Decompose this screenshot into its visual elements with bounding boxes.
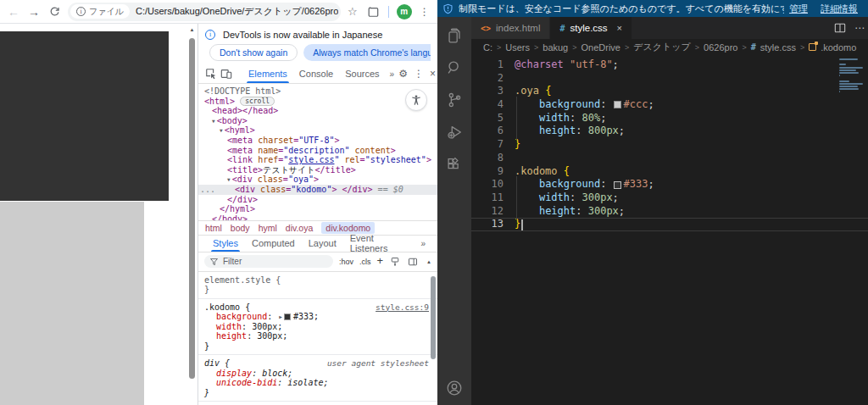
learn-more-link[interactable]: 詳細情報 <box>821 3 858 15</box>
bookmark-star-icon[interactable]: ☆ <box>348 5 358 18</box>
site-info-chip[interactable]: i ファイル <box>70 4 130 19</box>
code-line[interactable]: 11 width: 300px; <box>471 191 868 205</box>
rule-source[interactable]: style.css:9 <box>376 302 429 313</box>
breadcrumb-item[interactable]: OneDrive <box>581 42 620 53</box>
breadcrumb-item[interactable]: style.css <box>760 42 796 53</box>
code-line[interactable]: 5 width: 80%; <box>471 112 868 125</box>
dom-tree-row[interactable]: ...<div class="kodomo"> </div> == $0 <box>198 185 437 195</box>
dom-tree-row[interactable]: <head></head> <box>198 106 437 116</box>
code-line[interactable]: 1@charset "utf-8"; <box>471 58 868 72</box>
styles-filter-input[interactable] <box>204 255 333 268</box>
devtools-tab-sources[interactable]: Sources <box>339 64 385 83</box>
styles-scrollbar-thumb[interactable] <box>431 276 436 359</box>
search-icon[interactable] <box>444 58 465 78</box>
dom-tree-row[interactable]: ▼<body> <box>198 116 437 126</box>
code-line[interactable]: 6 height: 800px; <box>471 125 868 138</box>
address-bar[interactable]: i ファイル C:/Users/bakug/OneDrive/デスクトップ/06… <box>68 3 341 21</box>
side-panel-icon[interactable] <box>365 4 381 19</box>
style-property[interactable]: width: 300px; <box>204 322 431 332</box>
dom-tree-row[interactable]: ▼<div class="oya"> <box>198 175 437 185</box>
dom-tree-row[interactable]: <link href="style.css" rel="stylesheet"> <box>198 155 437 165</box>
dom-tree-row[interactable]: </hyml> <box>198 204 437 214</box>
styles-tab-event-listeners[interactable]: Event Listeners <box>343 236 417 252</box>
style-property[interactable]: unicode-bidi: isolate; <box>204 378 431 388</box>
editor-tab-style-css[interactable]: #style.css× <box>550 17 632 39</box>
manage-link[interactable]: 管理 <box>789 3 808 15</box>
device-toolbar-icon[interactable] <box>219 66 234 81</box>
styles-more-tabs-icon[interactable]: » <box>416 239 430 248</box>
devtools-tab-console[interactable]: Console <box>293 64 339 83</box>
editor-more-actions-icon[interactable]: ⋯ <box>854 22 865 34</box>
page-scrollbar[interactable]: ▲ <box>188 24 196 405</box>
styles-scroll-up-icon[interactable]: ▲ <box>426 259 431 264</box>
code-line[interactable]: 7} <box>471 138 868 152</box>
dom-crumb-div.oya[interactable]: div.oya <box>286 223 314 233</box>
breadcrumb-item[interactable]: Users <box>505 42 530 53</box>
code-line[interactable]: 4 background: #ccc; <box>471 98 868 112</box>
dom-crumb-div.kodomo[interactable]: div.kodomo <box>321 222 375 234</box>
styles-tab-layout[interactable]: Layout <box>302 236 343 252</box>
reload-icon[interactable] <box>45 6 64 17</box>
breadcrumb-item[interactable]: 0626pro <box>704 42 737 53</box>
run-debug-icon[interactable] <box>444 122 465 142</box>
code-line[interactable]: 3.oya { <box>471 85 868 98</box>
match-language-button[interactable]: Always match Chrome's language <box>303 44 431 61</box>
color-swatch[interactable] <box>614 181 621 189</box>
element-style-section[interactable]: element.style { } <box>198 272 437 299</box>
computed-sidebar-icon[interactable] <box>407 254 419 269</box>
dom-tree-row[interactable]: </div> <box>198 195 437 205</box>
inspect-element-icon[interactable] <box>203 66 219 81</box>
back-icon[interactable]: ← <box>4 5 23 19</box>
dom-crumb-body[interactable]: body <box>231 223 250 233</box>
url-text[interactable]: C:/Users/bakug/OneDrive/デスクトップ/0626pro/i… <box>130 5 338 18</box>
dom-tree-row[interactable]: <!DOCTYPE html> <box>198 86 437 97</box>
dont-show-again-button[interactable]: Don't show again <box>209 44 298 61</box>
devtools-menu-icon[interactable]: ⋮ <box>414 68 424 80</box>
source-control-icon[interactable] <box>444 90 465 110</box>
devtools-close-icon[interactable]: × <box>430 68 436 80</box>
expand-arrow-icon[interactable]: ▼ <box>212 116 215 126</box>
close-tab-icon[interactable]: × <box>617 23 622 33</box>
dom-tree-row[interactable]: </body> <box>198 214 437 220</box>
account-icon[interactable] <box>444 378 465 398</box>
breadcrumb-item[interactable]: C: <box>483 42 492 53</box>
dom-tree-row[interactable]: <title>テストサイト</title> <box>198 165 437 175</box>
dom-crumb-html[interactable]: html <box>205 223 222 233</box>
breadcrumb-item[interactable]: bakug <box>542 42 568 53</box>
expand-arrow-icon[interactable]: ▼ <box>227 175 231 185</box>
breadcrumb-item[interactable]: .kodomo <box>821 42 856 53</box>
more-tabs-icon[interactable]: » <box>386 69 399 79</box>
code-line[interactable]: 2 <box>471 72 868 86</box>
explorer-icon[interactable] <box>444 25 465 46</box>
dom-tree-row[interactable]: <html>scroll <box>198 97 437 107</box>
code-line[interactable]: 9.kodomo { <box>471 165 868 179</box>
toggle-class[interactable]: .cls <box>359 258 371 266</box>
code-line[interactable]: 8 <box>471 152 868 165</box>
color-format-icon[interactable] <box>389 254 401 269</box>
minimap[interactable] <box>839 58 865 93</box>
color-swatch[interactable] <box>614 101 621 108</box>
expand-arrow-icon[interactable]: ▼ <box>220 125 223 136</box>
profile-avatar[interactable]: m <box>397 4 412 19</box>
browser-menu-icon[interactable]: ⋮ <box>420 6 430 18</box>
toggle-hover-state[interactable]: :hov <box>339 258 353 266</box>
style-rule-div[interactable]: div {user agent stylesheetdisplay: block… <box>198 355 437 402</box>
expand-property-icon[interactable]: ▶ <box>279 312 282 322</box>
extensions-icon[interactable] <box>444 154 465 175</box>
devtools-tab-elements[interactable]: Elements <box>242 64 293 83</box>
new-style-rule-icon[interactable]: + <box>376 254 383 267</box>
styles-tab-styles[interactable]: Styles <box>206 236 245 252</box>
code-line[interactable]: 10 background: #333; <box>471 178 868 191</box>
color-swatch[interactable] <box>284 313 291 320</box>
code-editor[interactable]: 1@charset "utf-8";23.oya {4 background: … <box>471 55 868 405</box>
devtools-settings-icon[interactable]: ⚙ <box>398 68 408 80</box>
code-line[interactable]: 13} <box>471 218 868 231</box>
dom-tree-row[interactable]: ▼<hyml> <box>198 125 437 136</box>
editor-tab-index-html[interactable]: <>index.html <box>471 17 550 39</box>
page-scrollbar-thumb[interactable] <box>189 38 195 379</box>
style-property[interactable]: height: 300px; <box>204 331 431 341</box>
dom-tree-row[interactable]: <meta charset="UTF-8"> <box>198 136 437 146</box>
dom-crumb-hyml[interactable]: hyml <box>259 223 277 233</box>
style-property[interactable]: background: ▶#333; <box>204 312 431 322</box>
code-line[interactable]: 12 height: 300px; <box>471 205 868 219</box>
